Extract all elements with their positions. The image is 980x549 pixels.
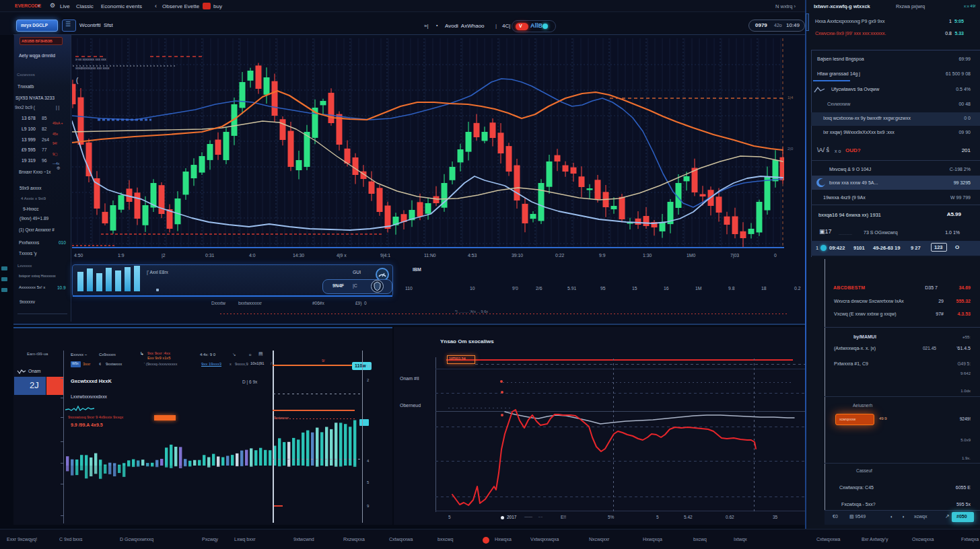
svg-text:x-xx xxxxxxx xxx xxx: x-xx xxxxxxx xxx xxx [75,57,106,61]
svg-text:xxxdxxxxxxxx xxx xxxx: xxxdxxxxxxxx xxx xxxx [75,66,110,70]
